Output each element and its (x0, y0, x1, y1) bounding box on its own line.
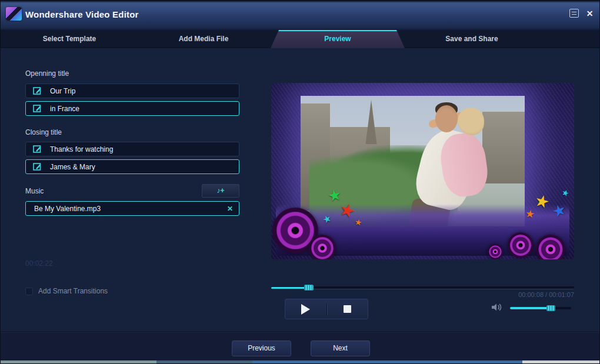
progress-handle[interactable] (304, 285, 314, 290)
play-button[interactable] (285, 299, 326, 319)
speaker-icon (508, 232, 534, 258)
smart-transitions-checkbox[interactable] (25, 288, 33, 295)
star-icon: ★ (561, 188, 571, 198)
main-content: Openning title Our Trip in France Closin… (1, 49, 600, 332)
next-button[interactable]: Next (311, 340, 370, 356)
closing-title-field-2[interactable]: James & Mary (25, 159, 239, 174)
volume-slider[interactable] (510, 307, 571, 309)
time-display: 00:00:08 / 00:01:07 (412, 291, 574, 298)
tab-preview[interactable]: Preview (271, 30, 405, 48)
feedback-icon (569, 9, 579, 18)
previous-button[interactable]: Previous (232, 340, 291, 356)
desktop-edge (1, 360, 600, 364)
cathedral-spire (365, 100, 376, 144)
volume-fill (510, 307, 551, 309)
star-icon: ★ (326, 186, 343, 204)
speaker-icon (488, 244, 503, 259)
music-file-field[interactable]: Be My Valentine.mp3 ✕ (25, 201, 239, 216)
stop-icon (344, 305, 351, 313)
app-logo-icon (6, 7, 22, 21)
smart-transitions-option[interactable]: Add Smart Transitions (25, 287, 108, 295)
app-logo-slash (6, 7, 22, 21)
music-add-icon: ♪+ (216, 186, 224, 195)
volume-icon[interactable] (491, 303, 503, 312)
opening-title-field-2[interactable]: in France (25, 101, 239, 116)
edit-icon (33, 162, 42, 171)
close-button[interactable]: ✕ (584, 8, 595, 19)
edit-icon (33, 145, 42, 153)
footer-bar: Previous Next (1, 332, 600, 360)
template-duration: 00:02:22 (25, 259, 53, 268)
app-window: Wondershare Video Editor ✕ Select Templa… (0, 0, 600, 364)
progress-fill (271, 287, 309, 289)
field-value: Our Trip (50, 87, 75, 95)
add-music-button[interactable]: ♪+ (202, 184, 239, 198)
star-icon: ★ (354, 218, 363, 227)
stop-button[interactable] (327, 299, 368, 319)
music-label: Music (25, 187, 44, 195)
speaker-icon (536, 235, 565, 259)
field-value: Thanks for watching (50, 145, 113, 153)
edit-icon (33, 86, 42, 95)
window-title: Wondershare Video Editor (25, 1, 139, 29)
closing-title-label: Closing title (25, 128, 62, 136)
volume-handle[interactable] (546, 305, 555, 311)
field-value: in France (50, 105, 79, 113)
opening-title-label: Openning title (25, 69, 69, 78)
woman-hair (458, 108, 485, 135)
seek-bar[interactable] (271, 286, 574, 289)
music-file-name: Be My Valentine.mp3 (34, 205, 101, 213)
title-bar: Wondershare Video Editor ✕ (1, 1, 600, 30)
smart-transitions-label: Add Smart Transitions (38, 287, 108, 295)
clear-music-icon[interactable]: ✕ (227, 205, 233, 213)
feedback-button[interactable] (569, 8, 580, 19)
field-value: James & Mary (50, 163, 95, 171)
closing-title-field-1[interactable]: Thanks for watching (25, 142, 239, 156)
tab-bar: Select Template Add Media File Preview S… (1, 30, 600, 48)
opening-title-field-1[interactable]: Our Trip (25, 84, 239, 98)
man-head (435, 105, 458, 133)
tab-save-and-share[interactable]: Save and Share (405, 30, 539, 48)
tab-select-template[interactable]: Select Template (2, 30, 136, 48)
star-icon: ★ (525, 208, 535, 220)
video-preview: ★ ★ ★ ★ ★ ★ ★ ★ (271, 83, 574, 259)
speaker-icon (309, 235, 336, 259)
tab-add-media-file[interactable]: Add Media File (136, 30, 271, 48)
edit-icon (33, 104, 42, 113)
play-icon (301, 304, 310, 315)
playback-controls (285, 299, 368, 319)
cathedral-tower-right (482, 112, 525, 183)
